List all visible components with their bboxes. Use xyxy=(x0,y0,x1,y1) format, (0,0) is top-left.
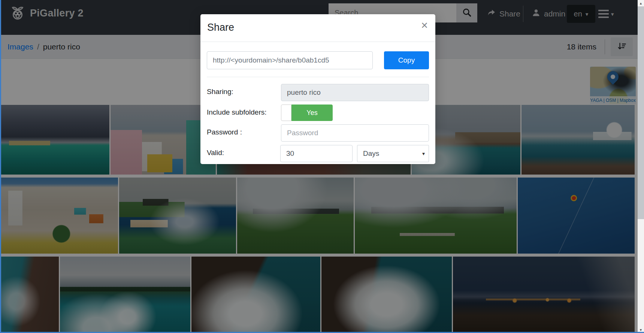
copy-button[interactable]: Copy xyxy=(384,51,429,69)
subfolders-no-button[interactable] xyxy=(281,105,291,121)
include-subfolders-toggle: Yes xyxy=(281,105,429,121)
window-border-left xyxy=(0,0,1,333)
valid-unit-select[interactable]: Days ▾ xyxy=(357,145,429,162)
sharing-name-input xyxy=(281,84,429,101)
close-icon[interactable]: × xyxy=(421,19,428,31)
include-subfolders-label: Include subfolders: xyxy=(207,105,281,121)
valid-amount-input[interactable] xyxy=(280,145,353,162)
share-url-input[interactable] xyxy=(207,51,373,69)
password-label: Password : xyxy=(207,124,281,142)
valid-label: Valid: xyxy=(207,145,280,162)
pigallery-app: PiGallery 2 Share admin en ▾ xyxy=(0,0,644,333)
password-input[interactable] xyxy=(281,124,429,142)
scrollbar-thumb[interactable] xyxy=(638,6,644,219)
sharing-label: Sharing: xyxy=(207,84,281,101)
scroll-up-arrow-icon[interactable]: ▲ xyxy=(638,0,644,6)
share-dialog-body: Copy Sharing: Include subfolders: Yes xyxy=(200,42,435,172)
dialog-divider xyxy=(207,77,429,77)
dialog-title: Share xyxy=(207,22,429,33)
browser-scrollbar[interactable]: ▲ ▼ xyxy=(638,0,644,333)
valid-unit-value: Days xyxy=(363,149,379,158)
share-dialog-header: Share × xyxy=(200,14,435,42)
subfolders-yes-button[interactable]: Yes xyxy=(291,105,333,121)
share-dialog: Share × Copy Sharing: Include subfolders… xyxy=(200,14,435,164)
select-caret-icon: ▾ xyxy=(422,151,425,157)
